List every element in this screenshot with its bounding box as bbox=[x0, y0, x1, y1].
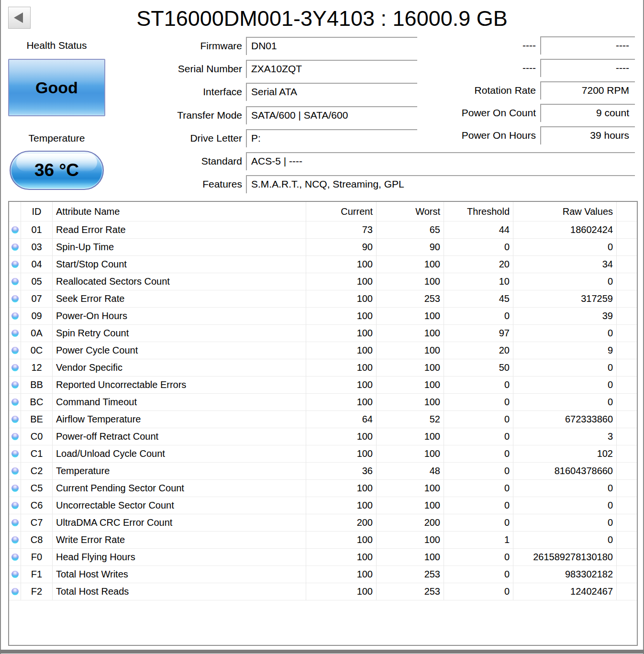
cell-worst: 100 bbox=[377, 377, 444, 394]
table-row[interactable]: 05 Reallocated Sectors Count 100 100 10 … bbox=[9, 273, 637, 290]
field-value-box[interactable]: ---- bbox=[540, 36, 635, 55]
table-row[interactable]: C6 Uncorrectable Sector Count 100 100 0 … bbox=[9, 497, 637, 514]
status-good-dot-icon bbox=[11, 536, 19, 543]
field-value: ---- bbox=[616, 62, 629, 73]
cell-id: 07 bbox=[21, 290, 53, 308]
field-value-box[interactable]: ---- bbox=[540, 59, 635, 77]
cell-attribute-name: Head Flying Hours bbox=[53, 549, 306, 566]
field-value-box[interactable]: 7200 RPM bbox=[540, 81, 635, 100]
field-value: S.M.A.R.T., NCQ, Streaming, GPL bbox=[251, 178, 404, 189]
table-row[interactable]: BB Reported Uncorrectable Errors 100 100… bbox=[9, 377, 637, 394]
table-row[interactable]: C0 Power-off Retract Count 100 100 0 3 bbox=[9, 428, 637, 445]
table-row[interactable]: C7 UltraDMA CRC Error Count 200 200 0 0 bbox=[9, 514, 637, 532]
cell-id: C8 bbox=[21, 532, 53, 549]
table-row[interactable]: 0A Spin Retry Count 100 100 97 0 bbox=[9, 325, 637, 342]
cell-raw-values: 261589278130180 bbox=[513, 549, 617, 566]
table-row[interactable]: 07 Seek Error Rate 100 253 45 317259 bbox=[9, 290, 637, 308]
cell-threshold: 0 bbox=[444, 377, 513, 394]
cell-current: 100 bbox=[306, 445, 377, 463]
cell-attribute-name: UltraDMA CRC Error Count bbox=[53, 514, 306, 532]
cell-current: 100 bbox=[306, 480, 377, 497]
field-row: Rotation Rate 7200 RPM bbox=[0, 81, 644, 100]
cell-attribute-name: Spin Retry Count bbox=[53, 325, 306, 342]
header-cell-worst[interactable]: Worst bbox=[377, 202, 444, 222]
field-value-box[interactable]: S.M.A.R.T., NCQ, Streaming, GPL bbox=[246, 175, 635, 193]
cell-worst: 100 bbox=[377, 532, 444, 549]
status-good-dot-icon bbox=[11, 381, 19, 388]
cell-worst: 100 bbox=[377, 342, 444, 359]
status-good-dot-icon bbox=[11, 330, 19, 337]
cell-current: 100 bbox=[306, 256, 377, 273]
cell-status bbox=[9, 463, 21, 480]
cell-attribute-name: Load/Unload Cycle Count bbox=[53, 445, 306, 463]
cell-id: BE bbox=[21, 411, 53, 428]
table-row[interactable]: C5 Current Pending Sector Count 100 100 … bbox=[9, 480, 637, 497]
field-value-box[interactable]: ACS-5 | ---- bbox=[246, 152, 635, 170]
status-good-dot-icon bbox=[11, 519, 19, 526]
cell-current: 200 bbox=[306, 514, 377, 532]
header-cell-raw-values[interactable]: Raw Values bbox=[513, 202, 617, 222]
cell-current: 100 bbox=[306, 583, 377, 600]
status-good-dot-icon bbox=[11, 467, 19, 475]
status-good-dot-icon bbox=[11, 399, 19, 406]
cell-status bbox=[9, 480, 21, 497]
table-row[interactable]: BC Command Timeout 100 100 0 0 bbox=[9, 394, 637, 411]
table-row[interactable]: 01 Read Error Rate 73 65 44 18602424 bbox=[9, 222, 637, 239]
table-row[interactable]: C2 Temperature 36 48 0 81604378660 bbox=[9, 463, 637, 480]
table-row[interactable]: F0 Head Flying Hours 100 100 0 261589278… bbox=[9, 549, 637, 566]
cell-current: 90 bbox=[306, 239, 377, 256]
table-row[interactable]: C1 Load/Unload Cycle Count 100 100 0 102 bbox=[9, 445, 637, 463]
cell-trailing bbox=[617, 463, 637, 480]
cell-threshold: 97 bbox=[444, 325, 513, 342]
cell-attribute-name: Power-On Hours bbox=[53, 308, 306, 325]
header-cell-threshold[interactable]: Threshold bbox=[444, 202, 513, 222]
cell-trailing bbox=[617, 566, 637, 583]
cell-raw-values: 0 bbox=[513, 273, 617, 290]
table-row[interactable]: 0C Power Cycle Count 100 100 20 9 bbox=[9, 342, 637, 359]
cell-status bbox=[9, 377, 21, 394]
cell-raw-values: 0 bbox=[513, 480, 617, 497]
cell-worst: 100 bbox=[377, 256, 444, 273]
table-row[interactable]: 12 Vendor Specific 100 100 50 0 bbox=[9, 359, 637, 377]
cell-raw-values: 0 bbox=[513, 514, 617, 532]
status-good-dot-icon bbox=[11, 571, 19, 578]
field-value-box[interactable]: 39 hours bbox=[540, 126, 635, 144]
status-good-dot-icon bbox=[11, 554, 19, 561]
header-cell-current[interactable]: Current bbox=[306, 202, 377, 222]
cell-trailing bbox=[617, 428, 637, 445]
status-good-dot-icon bbox=[11, 278, 19, 285]
table-row[interactable]: 03 Spin-Up Time 90 90 0 0 bbox=[9, 239, 637, 256]
cell-id: 09 bbox=[21, 308, 53, 325]
header-cell-id[interactable]: ID bbox=[21, 202, 53, 222]
cell-worst: 200 bbox=[377, 514, 444, 532]
cell-id: C1 bbox=[21, 445, 53, 463]
cell-current: 73 bbox=[306, 222, 377, 239]
cell-status bbox=[9, 273, 21, 290]
table-row[interactable]: F1 Total Host Writes 100 253 0 983302182 bbox=[9, 566, 637, 583]
field-row: Standard ACS-5 | ---- bbox=[0, 152, 644, 170]
cell-threshold: 50 bbox=[444, 359, 513, 377]
cell-trailing bbox=[617, 497, 637, 514]
cell-worst: 48 bbox=[377, 463, 444, 480]
cell-raw-values: 0 bbox=[513, 394, 617, 411]
cell-trailing bbox=[617, 359, 637, 377]
table-row[interactable]: C8 Write Error Rate 100 100 1 0 bbox=[9, 532, 637, 549]
cell-worst: 100 bbox=[377, 394, 444, 411]
table-row[interactable]: 04 Start/Stop Count 100 100 20 34 bbox=[9, 256, 637, 273]
cell-id: F2 bbox=[21, 583, 53, 600]
cell-worst: 100 bbox=[377, 273, 444, 290]
header-cell-status bbox=[9, 202, 21, 222]
field-row: Power On Count 9 count bbox=[0, 104, 644, 122]
cell-status bbox=[9, 256, 21, 273]
table-row[interactable]: BE Airflow Temperature 64 52 0 672333860 bbox=[9, 411, 637, 428]
cell-threshold: 0 bbox=[444, 411, 513, 428]
cell-id: BC bbox=[21, 394, 53, 411]
status-good-dot-icon bbox=[11, 485, 19, 492]
header-cell-attribute-name[interactable]: Attribute Name bbox=[53, 202, 306, 222]
cell-current: 36 bbox=[306, 463, 377, 480]
field-row: Power On Hours 39 hours bbox=[0, 126, 644, 144]
field-value-box[interactable]: 9 count bbox=[540, 104, 635, 122]
table-row[interactable]: F2 Total Host Reads 100 253 0 12402467 bbox=[9, 583, 637, 600]
table-row[interactable]: 09 Power-On Hours 100 100 0 39 bbox=[9, 308, 637, 325]
cell-trailing bbox=[617, 549, 637, 566]
